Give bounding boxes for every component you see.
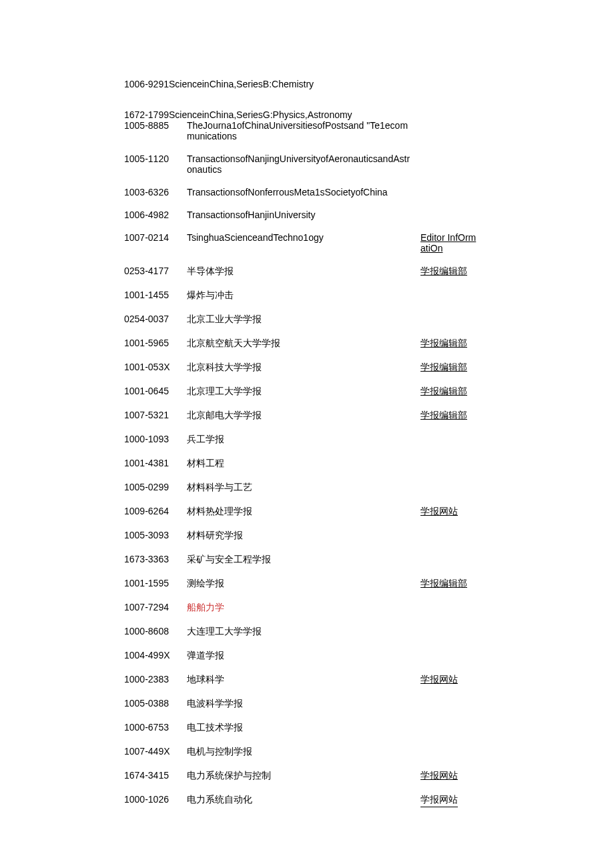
table-row: 1005-1120TransactionsofNanjingUniversity… bbox=[124, 153, 574, 175]
table-row: 1007-5321北京邮电大学学报学报编辑部 bbox=[124, 410, 574, 422]
document-page: 1006-9291ScienceinChina,SeriesB:Chemistr… bbox=[0, 0, 614, 868]
table-row: 1007-7294船舶力学 bbox=[124, 602, 574, 614]
issn-cell: 1004-499X bbox=[124, 650, 187, 661]
table-row: 1007-449X电机与控制学报 bbox=[124, 746, 574, 758]
title-cell: 电力系统自动化 bbox=[187, 794, 420, 806]
title-cell: TheJourna1ofChinaUniversitiesofPostsand … bbox=[187, 120, 420, 141]
title-cell: 电波科学学报 bbox=[187, 698, 420, 710]
table-row: 1674-3415电力系统保护与控制学报网站 bbox=[124, 770, 574, 782]
issn-cell: 1007-449X bbox=[124, 746, 187, 757]
table-row: 0254-0037北京工业大学学报 bbox=[124, 314, 574, 326]
title-cell: 弹道学报 bbox=[187, 650, 420, 662]
table-row: 0253-4177半导体学报学报编辑部 bbox=[124, 266, 574, 278]
title-cell: 材料科学与工艺 bbox=[187, 482, 420, 494]
table-row: 1001-1455爆炸与冲击 bbox=[124, 290, 574, 302]
table-row: 1005-8885TheJourna1ofChinaUniversitiesof… bbox=[124, 120, 574, 141]
editor-link[interactable]: 学报网站 bbox=[420, 506, 481, 518]
editor-link[interactable]: 学报编辑部 bbox=[420, 410, 481, 422]
issn-cell: 1001-5965 bbox=[124, 338, 187, 348]
title-cell: 地球科学 bbox=[187, 674, 420, 686]
editor-link[interactable]: 学报编辑部 bbox=[420, 338, 481, 350]
title-cell: 北京邮电大学学报 bbox=[187, 410, 420, 422]
table-row: 1000-1093兵工学报 bbox=[124, 434, 574, 446]
issn-cell: 1005-8885 bbox=[124, 120, 187, 131]
title-cell: 兵工学报 bbox=[187, 434, 420, 446]
title-cell: 北京航空航天大学学报 bbox=[187, 338, 420, 350]
title-cell: 爆炸与冲击 bbox=[187, 290, 420, 302]
table-row: 1001-1595测绘学报学报编辑部 bbox=[124, 578, 574, 590]
title-cell: 船舶力学 bbox=[187, 602, 420, 614]
issn-cell: 1005-0388 bbox=[124, 698, 187, 709]
table-row: 1006-4982TransactionsofHanjinUniversity bbox=[124, 209, 574, 220]
title-cell: 电工技术学报 bbox=[187, 722, 420, 734]
issn-cell: 1000-8608 bbox=[124, 626, 187, 636]
editor-link[interactable]: 学报网站 bbox=[420, 794, 481, 807]
table-row: 1009-6264材料热处理学报学报网站 bbox=[124, 506, 574, 518]
table-row: 1000-1026电力系统自动化学报网站 bbox=[124, 794, 574, 807]
title-cell: 北京科技大学学报 bbox=[187, 362, 420, 374]
table-row: 1001-5965北京航空航天大学学报学报编辑部 bbox=[124, 338, 574, 350]
issn-cell: 1007-0214 bbox=[124, 232, 187, 243]
issn-cell: 1001-1455 bbox=[124, 290, 187, 300]
issn-cell: 1005-3093 bbox=[124, 530, 187, 540]
table-row: 1005-3093材料研究学报 bbox=[124, 530, 574, 542]
issn-cell: 0253-4177 bbox=[124, 266, 187, 276]
title-cell: 测绘学报 bbox=[187, 578, 420, 590]
title-cell: 材料热处理学报 bbox=[187, 506, 420, 518]
issn-cell: 1005-1120 bbox=[124, 153, 187, 164]
table-row: 1001-053X北京科技大学学报学报编辑部 bbox=[124, 362, 574, 374]
issn-cell: 1003-6326 bbox=[124, 187, 187, 197]
title-cell: 采矿与安全工程学报 bbox=[187, 554, 420, 566]
issn-cell: 1000-6753 bbox=[124, 722, 187, 733]
editor-link[interactable]: Editor InfOrmatiOn bbox=[420, 232, 481, 254]
issn-cell: 1001-4381 bbox=[124, 458, 187, 468]
table-row: 1007-0214TsinghuaScienceandTechno1ogyEdi… bbox=[124, 232, 574, 254]
title-cell: TsinghuaScienceandTechno1ogy bbox=[187, 232, 420, 243]
issn-cell: 1000-1026 bbox=[124, 794, 187, 805]
editor-link[interactable]: 学报网站 bbox=[420, 674, 481, 686]
title-cell: 大连理工大学学报 bbox=[187, 626, 420, 638]
issn-cell: 1006-4982 bbox=[124, 209, 187, 220]
editor-link[interactable]: 学报网站 bbox=[420, 770, 481, 782]
table-row: 1004-499X弹道学报 bbox=[124, 650, 574, 662]
top-line-2: 1672-1799ScienceinChina,SeriesG:Physics,… bbox=[124, 109, 574, 120]
issn-cell: 1674-3415 bbox=[124, 770, 187, 781]
table-row: 1005-0388电波科学学报 bbox=[124, 698, 574, 710]
title-cell: 电机与控制学报 bbox=[187, 746, 420, 758]
title-cell: 电力系统保护与控制 bbox=[187, 770, 420, 782]
title-cell: TransactionsofNonferrousMeta1sSocietyofC… bbox=[187, 187, 420, 197]
top-line-1: 1006-9291ScienceinChina,SeriesB:Chemistr… bbox=[124, 79, 574, 89]
title-cell: 半导体学报 bbox=[187, 266, 420, 278]
issn-cell: 0254-0037 bbox=[124, 314, 187, 324]
editor-link[interactable]: 学报编辑部 bbox=[420, 578, 481, 590]
table-row: 1000-8608大连理工大学学报 bbox=[124, 626, 574, 638]
journal-table: 1005-8885TheJourna1ofChinaUniversitiesof… bbox=[124, 120, 574, 807]
table-row: 1000-2383地球科学学报网站 bbox=[124, 674, 574, 686]
table-row: 1005-0299材料科学与工艺 bbox=[124, 482, 574, 494]
table-row: 1001-4381材料工程 bbox=[124, 458, 574, 470]
issn-cell: 1001-1595 bbox=[124, 578, 187, 588]
issn-cell: 1001-053X bbox=[124, 362, 187, 372]
title-cell: 材料研究学报 bbox=[187, 530, 420, 542]
issn-cell: 1007-7294 bbox=[124, 602, 187, 612]
title-cell: 材料工程 bbox=[187, 458, 420, 470]
table-row: 1003-6326TransactionsofNonferrousMeta1sS… bbox=[124, 187, 574, 197]
title-cell: 北京工业大学学报 bbox=[187, 314, 420, 326]
issn-cell: 1009-6264 bbox=[124, 506, 187, 516]
editor-link[interactable]: 学报编辑部 bbox=[420, 362, 481, 374]
issn-cell: 1673-3363 bbox=[124, 554, 187, 564]
issn-cell: 1000-2383 bbox=[124, 674, 187, 685]
table-row: 1673-3363采矿与安全工程学报 bbox=[124, 554, 574, 566]
issn-cell: 1005-0299 bbox=[124, 482, 187, 492]
table-row: 1001-0645北京理工大学学报学报编辑部 bbox=[124, 386, 574, 398]
title-cell: 北京理工大学学报 bbox=[187, 386, 420, 398]
editor-link[interactable]: 学报编辑部 bbox=[420, 386, 481, 398]
issn-cell: 1001-0645 bbox=[124, 386, 187, 396]
issn-cell: 1000-1093 bbox=[124, 434, 187, 444]
issn-cell: 1007-5321 bbox=[124, 410, 187, 420]
editor-link[interactable]: 学报编辑部 bbox=[420, 266, 481, 278]
title-cell: TransactionsofHanjinUniversity bbox=[187, 209, 420, 220]
title-cell: TransactionsofNanjingUniversityofAeronau… bbox=[187, 153, 420, 175]
table-row: 1000-6753电工技术学报 bbox=[124, 722, 574, 734]
